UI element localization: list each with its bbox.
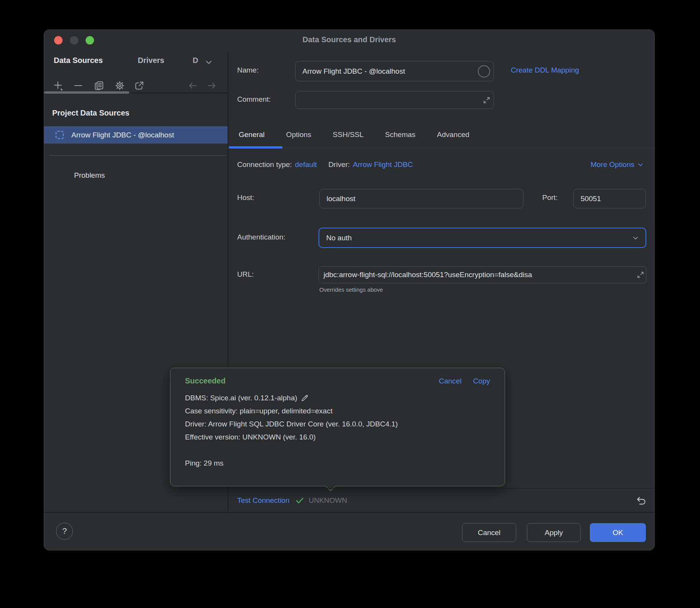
project-data-sources-heading: Project Data Sources [52, 109, 129, 117]
test-connection-link[interactable]: Test Connection [237, 496, 289, 505]
unknown-dbms-icon [56, 131, 64, 139]
port-label: Port: [542, 193, 558, 202]
host-input[interactable]: localhost [319, 189, 523, 208]
form-active-tab-indicator [229, 146, 282, 149]
name-value: Arrow Flight JDBC - @localhost [302, 67, 405, 76]
back-arrow-icon[interactable] [187, 80, 198, 91]
test-connection-result-popup: Succeeded Cancel Copy DBMS: Spice.ai (ve… [170, 368, 505, 486]
data-source-properties-gear-icon[interactable] [114, 80, 125, 91]
driver-value-link[interactable]: Arrow Flight JDBC [353, 160, 413, 169]
apply-button[interactable]: Apply [527, 523, 581, 542]
name-refresh-spinner-icon [478, 65, 490, 78]
url-value: jdbc:arrow-flight-sql://localhost:50051?… [324, 271, 532, 279]
titlebar: Data Sources and Drivers [44, 30, 654, 51]
tab-general[interactable]: General [228, 126, 276, 144]
connection-type-row: Connection type: default Driver: Arrow F… [237, 160, 413, 169]
popup-effective-version-line: Effective version: UNKNOWN (ver. 16.0) [185, 431, 490, 444]
undo-icon[interactable] [635, 495, 647, 506]
name-label: Name: [237, 66, 259, 74]
forward-arrow-icon[interactable] [206, 80, 218, 91]
problems-section-label[interactable]: Problems [74, 171, 105, 180]
tab-drivers[interactable]: Drivers [138, 56, 164, 65]
window-title: Data Sources and Drivers [44, 35, 654, 44]
success-check-icon [295, 496, 305, 506]
popup-driver-line: Driver: Arrow Flight SQL JDBC Driver Cor… [185, 418, 490, 431]
duplicate-data-source-button[interactable] [93, 80, 105, 91]
popup-cancel-link[interactable]: Cancel [439, 377, 461, 385]
popup-case-sensitivity-line: Case sensitivity: plain=upper, delimited… [185, 405, 490, 418]
more-options-chevron-icon [637, 161, 644, 169]
remove-data-source-button[interactable] [73, 80, 84, 91]
popup-ping-line: Ping: 29 ms [185, 457, 490, 470]
comment-label: Comment: [237, 95, 271, 104]
form-tabstrip: General Options SSH/SSL Schemas Advanced [228, 126, 480, 144]
url-expand-icon[interactable] [636, 270, 645, 279]
authentication-value: No auth [326, 234, 352, 242]
data-source-label: Arrow Flight JDBC - @localhost [71, 131, 174, 139]
more-options-label: More Options [591, 160, 634, 169]
driver-label: Driver: [329, 160, 350, 169]
footer: ? Cancel Apply OK [44, 513, 654, 550]
more-options-link[interactable]: More Options [591, 160, 644, 169]
sidebar-tabstrip: Data Sources Drivers D [44, 51, 228, 72]
popup-copy-link[interactable]: Copy [473, 377, 490, 385]
data-sources-dialog: Data Sources and Drivers Data Sources Dr… [44, 30, 655, 550]
sidebar-separator [50, 155, 226, 156]
popup-dbms-line: DBMS: Spice.ai (ver. 0.12.1-alpha) [185, 392, 297, 405]
comment-expand-icon[interactable] [482, 96, 491, 105]
connection-type-label: Connection type: [237, 160, 292, 169]
url-label: URL: [237, 270, 254, 279]
authentication-label: Authentication: [237, 233, 286, 241]
host-label: Host: [237, 193, 254, 202]
ok-button[interactable]: OK [590, 523, 646, 542]
form-tabs-divider [228, 148, 655, 148]
tab-ddl-truncated[interactable]: D [193, 56, 199, 65]
test-connection-row: Test Connection UNKNOWN [228, 489, 655, 512]
tabs-overflow-chevron-icon[interactable] [204, 58, 213, 67]
port-input[interactable]: 50051 [573, 189, 646, 208]
help-button[interactable]: ? [56, 523, 73, 540]
tab-advanced[interactable]: Advanced [426, 126, 480, 144]
port-value: 50051 [581, 195, 601, 203]
popup-status: Succeeded [185, 377, 226, 385]
url-hint: Overrides settings above [319, 286, 383, 293]
create-ddl-mapping-link[interactable]: Create DDL Mapping [511, 66, 579, 74]
connection-type-value-link[interactable]: default [295, 160, 317, 169]
sidebar-toolbar [44, 72, 228, 99]
add-data-source-button[interactable] [53, 80, 64, 91]
tab-schemas[interactable]: Schemas [374, 126, 426, 144]
connection-status-text: UNKNOWN [309, 496, 347, 505]
url-input[interactable]: jdbc:arrow-flight-sql://localhost:50051?… [319, 266, 646, 283]
comment-input[interactable] [295, 91, 494, 109]
name-input[interactable]: Arrow Flight JDBC - @localhost [295, 61, 494, 81]
edit-pencil-icon[interactable] [300, 394, 309, 402]
authentication-select[interactable]: No auth [319, 228, 646, 248]
cancel-button[interactable]: Cancel [462, 523, 516, 542]
tab-data-sources[interactable]: Data Sources [54, 56, 103, 65]
tab-options[interactable]: Options [276, 126, 322, 144]
host-value: localhost [327, 195, 355, 203]
data-source-list-item-selected[interactable]: Arrow Flight JDBC - @localhost [44, 126, 228, 144]
authentication-chevron-down-icon [632, 234, 639, 242]
tab-ssh-ssl[interactable]: SSH/SSL [322, 126, 374, 144]
open-in-new-window-icon[interactable] [134, 80, 145, 91]
